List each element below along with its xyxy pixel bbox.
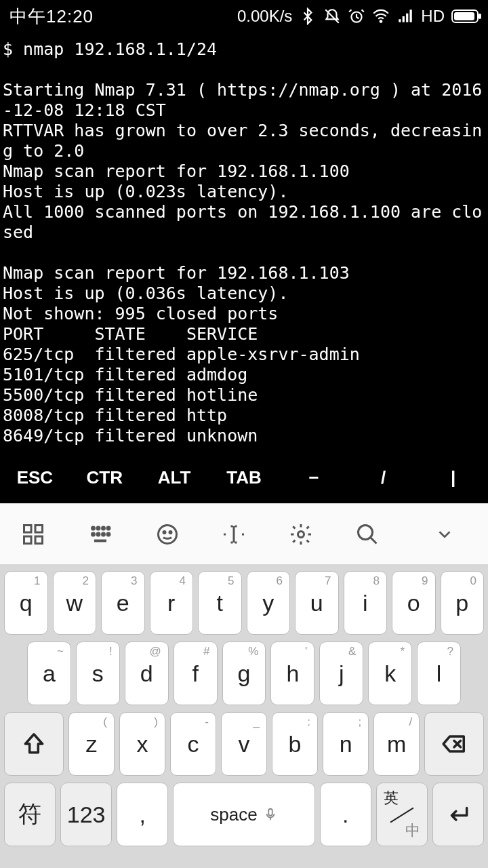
key-e[interactable]: 3e [101,571,145,635]
svg-point-20 [359,525,373,539]
key-main: a [43,660,56,687]
key-b[interactable]: :b [272,712,318,776]
key-k[interactable]: *k [368,642,412,705]
key-q[interactable]: 1q [4,571,48,635]
key-main: h [286,660,299,687]
key-ctrl[interactable]: CTR [70,467,140,488]
key-numbers[interactable]: 123 [60,783,112,846]
svg-rect-4 [35,525,43,532]
hd-label: HD [421,7,445,26]
ime-search-icon[interactable] [334,522,401,547]
ime-settings-icon[interactable] [268,522,335,547]
key-space[interactable]: space [173,783,314,846]
key-main: e [117,590,129,616]
key-t[interactable]: 5t [198,571,242,635]
key-x[interactable]: )x [119,712,165,776]
key-u[interactable]: 7u [295,571,339,635]
key-main: r [167,590,175,616]
key-f[interactable]: #f [174,642,218,705]
key-sup: / [409,715,412,729]
key-j[interactable]: &j [319,642,363,705]
key-o[interactable]: 9o [392,571,436,635]
key-sup: 9 [422,574,428,588]
lang-bot: 中 [405,824,420,837]
svg-point-16 [158,525,176,543]
key-language[interactable]: 英 中 [376,783,428,846]
key-m[interactable]: /m [373,712,420,776]
soft-keyboard: 1q2w3e4r5t6y7u8i9o0p ~a!s@d#f%g'h&j*k?l … [0,564,488,868]
key-s[interactable]: !s [76,642,120,705]
key-main: q [20,590,33,616]
key-a[interactable]: ~a [27,642,71,705]
key-backspace[interactable] [424,712,484,776]
key-l[interactable]: ?l [417,642,461,705]
lang-divider [388,805,415,824]
key-row-3: (z)x-c_v:b;n/m [4,712,484,776]
key-minus[interactable]: − [279,467,348,488]
status-time: 中午12:20 [9,5,94,28]
key-esc[interactable]: ESC [0,467,70,488]
key-main: v [239,731,250,757]
signal-icon [396,7,414,25]
key-main: c [187,731,199,757]
key-slash[interactable]: / [348,467,418,488]
key-sup: ) [154,715,158,729]
ime-cursor-icon[interactable] [201,522,268,547]
key-i[interactable]: 8i [344,571,388,635]
svg-point-13 [102,533,104,536]
key-z[interactable]: (z [68,712,115,776]
key-n[interactable]: ;n [323,712,369,776]
key-h[interactable]: 'h [270,642,314,705]
svg-rect-15 [94,539,106,542]
key-sup: 8 [373,574,380,588]
status-indicators: 0.00K/s HD [237,7,479,26]
key-pipe[interactable]: | [418,467,488,488]
key-sup: ( [103,715,107,729]
key-main: d [140,660,153,687]
key-tab[interactable]: TAB [209,467,279,488]
key-sup: % [248,645,258,658]
key-main: l [436,660,442,687]
ime-apps-icon[interactable] [0,522,67,547]
key-shift[interactable] [4,712,64,776]
svg-point-12 [97,533,100,536]
key-w[interactable]: 2w [53,571,97,635]
battery-icon [451,9,479,23]
svg-point-11 [92,533,94,536]
svg-rect-24 [268,809,272,816]
key-c[interactable]: -c [170,712,216,776]
key-d[interactable]: @d [125,642,169,705]
key-p[interactable]: 0p [441,571,485,635]
ime-collapse-icon[interactable] [401,524,488,545]
key-main: b [289,731,302,757]
key-sup: _ [253,715,260,729]
ime-keyboard-icon[interactable] [67,522,134,547]
key-main: s [92,660,104,687]
svg-point-19 [298,531,304,537]
key-row-2: ~a!s@d#f%g'h&j*k?l [4,642,484,705]
key-symbols[interactable]: 符 [4,783,56,846]
key-r[interactable]: 4r [150,571,194,635]
key-main: t [217,590,223,616]
key-g[interactable]: %g [222,642,266,705]
terminal-output[interactable]: $ nmap 192.168.1.1/24 Starting Nmap 7.31… [0,33,488,452]
key-sup: 1 [34,574,40,588]
key-sup: & [348,645,356,658]
bluetooth-icon [299,7,317,25]
key-sup: ! [109,645,113,658]
key-sup: # [203,645,209,658]
key-sup: ; [358,715,361,729]
key-period[interactable]: . [320,783,371,846]
svg-line-21 [371,537,377,543]
key-sup: * [401,645,405,658]
key-comma[interactable]: , [117,783,168,846]
key-alt[interactable]: ALT [140,467,209,488]
key-sup: ? [447,645,453,658]
key-v[interactable]: _v [221,712,267,776]
svg-point-10 [107,527,110,530]
key-row-4: 符 123 , space . 英 中 [4,783,484,846]
svg-point-18 [169,531,171,533]
key-enter[interactable] [432,783,484,846]
key-y[interactable]: 6y [247,571,291,635]
ime-emoji-icon[interactable] [134,522,201,547]
